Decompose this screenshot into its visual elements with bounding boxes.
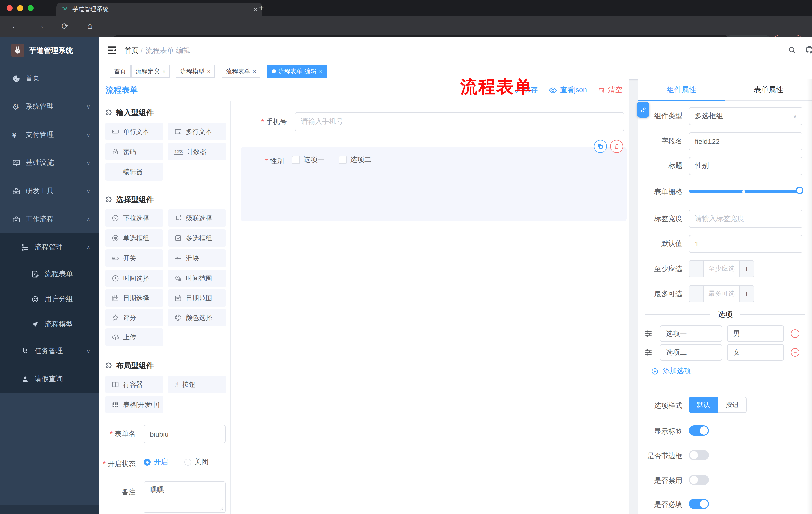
component-chip-rate[interactable]: 评分 [105,309,163,326]
tag-close-icon[interactable]: × [207,69,210,75]
sidebar-item-system[interactable]: ⚙ 系统管理∨ [0,92,99,121]
title-input[interactable]: 性别 [689,157,803,175]
min-select-placeholder[interactable]: 至少应选 [703,261,740,277]
gender-option-1[interactable]: 选项一 [292,155,325,164]
component-chip-row-container[interactable]: 行容器 [105,376,163,393]
option-label-input[interactable]: 选项二 [660,344,722,360]
gender-option-2[interactable]: 选项二 [339,155,371,164]
tag-close-icon[interactable]: × [162,69,166,75]
tag-process-model[interactable]: 流程模型× [176,65,215,78]
component-chip-time-picker[interactable]: 时间选择 [105,270,163,287]
panel-scrollbar[interactable] [807,79,812,514]
tag-close-icon[interactable]: × [319,69,322,75]
plus-button[interactable]: + [740,286,754,302]
component-chip-date-picker[interactable]: 日期选择 [105,289,163,307]
selected-component-gender[interactable]: 性别 选项一 选项二 [241,147,627,221]
component-chip-switch[interactable]: 开关 [105,249,163,267]
clear-button[interactable]: 清空 [598,85,622,94]
sidebar-item-task-mgmt[interactable]: 任务管理∨ [0,337,99,365]
remove-option-icon[interactable]: − [791,348,800,357]
sidebar-item-user-group[interactable]: 用户分组 [0,287,99,312]
home-icon[interactable]: ⌂ [87,21,93,31]
component-chip-cascader[interactable]: 级联选择 [168,209,226,227]
back-icon[interactable]: ← [11,21,20,31]
tab-close-icon[interactable]: × [254,5,257,13]
component-chip-button[interactable]: ☝按钮 [168,376,226,393]
component-chip-upload[interactable]: 上传 [105,328,163,346]
tag-process-form-edit[interactable]: 流程表单-编辑× [267,65,327,78]
component-chip-slider[interactable]: 滑块 [168,249,226,267]
traffic-minimize-icon[interactable] [17,5,23,11]
reload-icon[interactable]: ⟳ [61,21,68,32]
traffic-zoom-icon[interactable] [28,5,34,11]
checkbox-unchecked-icon[interactable] [339,156,347,164]
resize-handle-icon[interactable] [220,507,224,511]
tag-process-form[interactable]: 流程表单× [222,65,261,78]
new-tab-icon[interactable]: + [259,3,264,13]
component-chip-select[interactable]: 下拉选择 [105,209,163,227]
delete-component-button[interactable] [610,140,623,153]
label-width-input[interactable]: 请输入标签宽度 [689,210,803,228]
component-chip-time-range[interactable]: 时间范围 [168,270,226,287]
required-switch[interactable] [689,499,709,509]
minus-button[interactable]: − [689,261,703,277]
form-canvas[interactable]: 手机号 请输入手机号 性别 选项一 选项二 [231,101,629,514]
collapse-sidebar-icon[interactable] [107,46,117,54]
option-label-input[interactable]: 选项一 [660,325,722,342]
field-name-input[interactable]: field122 [689,132,803,151]
component-chip-date-range[interactable]: 日期范围 [168,289,226,307]
sidebar-item-leave-query[interactable]: 请假查询 [0,365,99,393]
search-icon[interactable] [788,46,796,54]
max-select-placeholder[interactable]: 最多可选 [703,286,740,302]
tab-form-props[interactable]: 表单属性 [725,79,812,100]
remark-textarea[interactable]: 嘿嘿 [144,481,226,513]
option-drag-handle-icon[interactable] [644,329,653,338]
component-chip-counter[interactable]: 123计数器 [168,143,226,160]
forward-icon[interactable]: → [36,21,45,31]
copy-component-button[interactable] [594,140,607,153]
sidebar-item-workflow[interactable]: 工作流程∧ [0,205,99,233]
remove-option-icon[interactable]: − [791,329,800,338]
checkbox-unchecked-icon[interactable] [292,156,300,164]
option-style-segment[interactable]: 默认 按钮 [689,397,747,413]
slider-track[interactable] [689,190,803,193]
component-chip-single-text[interactable]: 单行文本 [105,123,163,140]
sidebar-item-process-model[interactable]: 流程模型 [0,312,99,337]
sidebar-item-payment[interactable]: ¥ 支付管理∨ [0,121,99,149]
component-chip-editor[interactable]: 编辑器 [105,163,163,181]
tag-process-definition[interactable]: 流程定义× [131,65,170,78]
sidebar-item-process-mgmt[interactable]: 流程管理∧ [0,233,99,262]
sidebar-item-devtools[interactable]: 研发工具∨ [0,177,99,205]
sidebar-item-infra[interactable]: 基础设施∨ [0,149,99,177]
plus-button[interactable]: + [740,261,754,277]
option-value-input[interactable]: 女 [727,344,784,360]
component-type-select[interactable]: 多选框组 ∨ [689,107,803,125]
breadcrumb-home[interactable]: 首页 [125,46,139,55]
status-radio-off[interactable]: 关闭 [184,458,208,467]
traffic-close-icon[interactable] [6,5,12,11]
max-select-stepper[interactable]: − 最多可选 + [689,285,754,302]
sidebar-footer-bar[interactable] [0,506,99,514]
disabled-switch[interactable] [689,475,709,485]
tab-component-props[interactable]: 组件属性 [638,79,725,100]
component-chip-color-picker[interactable]: 颜色选择 [168,309,226,326]
form-grid-slider[interactable] [689,186,803,196]
component-chip-multiline-text[interactable]: 多行文本 [168,123,226,140]
tag-home[interactable]: 首页 [110,65,130,78]
phone-field-input[interactable]: 请输入手机号 [295,112,624,131]
tag-close-icon[interactable]: × [253,69,256,75]
slider-handle[interactable] [796,187,804,194]
min-select-stepper[interactable]: − 至少应选 + [689,260,754,277]
default-value-input[interactable]: 1 [689,235,803,253]
minus-button[interactable]: − [689,286,703,302]
show-label-switch[interactable] [689,426,709,436]
style-default-button[interactable]: 默认 [689,397,718,413]
option-drag-handle-icon[interactable] [644,348,653,357]
option-value-input[interactable]: 男 [727,325,784,342]
component-chip-radio-group[interactable]: 单选框组 [105,229,163,247]
add-option-button[interactable]: 添加选项 [651,367,691,376]
component-chip-table[interactable]: 表格[开发中] [105,396,163,413]
status-radio-on[interactable]: 开启 [144,458,168,467]
form-name-input[interactable]: biubiu [144,425,226,443]
view-json-button[interactable]: 查看json [549,85,587,94]
